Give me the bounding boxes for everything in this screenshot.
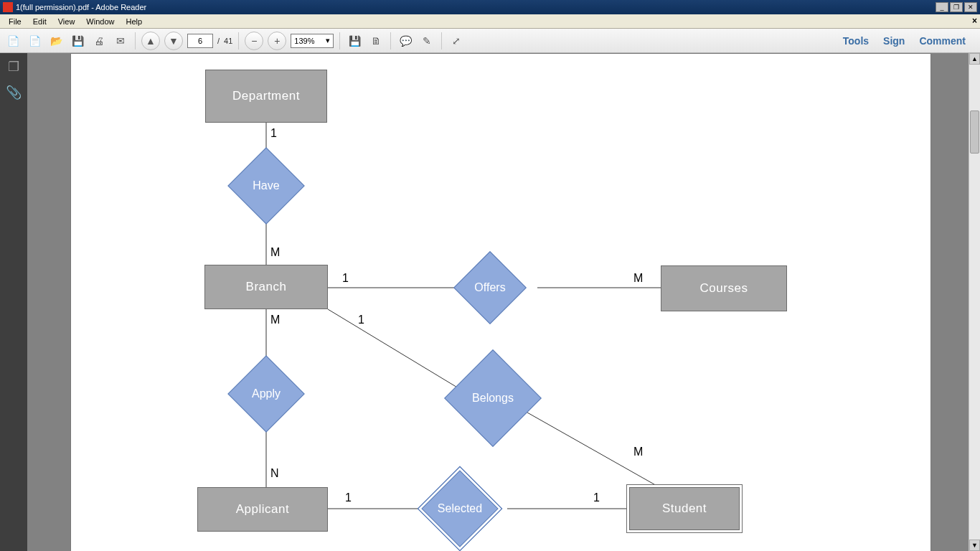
menu-edit[interactable]: Edit (27, 16, 52, 27)
page-down-button[interactable]: ▼ (164, 32, 183, 50)
scroll-down-button[interactable]: ▼ (969, 540, 980, 551)
relation-selected: Selected (430, 479, 490, 539)
window-title: 1(full permission).pdf - Adobe Reader (16, 3, 146, 11)
relation-apply: Apply (239, 367, 293, 421)
relation-belongs: Belongs (458, 364, 527, 433)
typewriter-icon[interactable]: 🗎 (367, 32, 385, 50)
toolbar: 📄 📄 📂 💾 🖨 ✉ ▲ ▼ / 41 − + 139% ▾ 💾 🗎 💬 ✎ … (0, 29, 980, 53)
menu-help[interactable]: Help (120, 16, 148, 27)
relation-have: Have (239, 159, 293, 213)
page-separator: / (217, 37, 220, 45)
close-button[interactable]: ✕ (964, 2, 977, 12)
create-pdf-icon[interactable]: 📄 (26, 32, 43, 50)
entity-courses: Courses (661, 265, 787, 311)
toolbar-separator (390, 32, 391, 50)
attachments-icon[interactable]: 📎 (6, 85, 22, 100)
card-belongs-student: M (633, 446, 643, 458)
toolbar-separator (135, 32, 136, 50)
menu-bar: File Edit View Window Help × (0, 14, 980, 29)
card-branch-offers: 1 (342, 272, 349, 285)
svg-line-7 (527, 413, 669, 493)
comment-link[interactable]: Comment (919, 35, 966, 47)
entity-branch: Branch (204, 265, 328, 309)
toolbar-separator (238, 32, 239, 50)
doc-close-button[interactable]: × (972, 16, 977, 26)
menu-file[interactable]: File (3, 16, 27, 27)
toolbar-separator (441, 32, 442, 50)
page-total: 41 (224, 37, 232, 45)
card-department-have: 1 (270, 127, 277, 140)
zoom-value: 139% (294, 37, 314, 45)
minimize-button[interactable]: _ (936, 2, 948, 12)
zoom-in-button[interactable]: + (268, 32, 286, 50)
chevron-down-icon: ▾ (326, 36, 330, 45)
email-icon[interactable]: ✉ (112, 32, 129, 50)
toolbar-separator (339, 32, 340, 50)
pdf-page: Department Branch Courses Applicant Stud… (70, 53, 931, 551)
nav-sidebar: ❐ 📎 (0, 53, 27, 551)
card-selected-student: 1 (593, 491, 600, 504)
document-viewport[interactable]: Department Branch Courses Applicant Stud… (27, 53, 969, 551)
relation-offers: Offers (464, 262, 516, 314)
entity-student: Student (626, 484, 743, 533)
thumbnails-icon[interactable]: ❐ (6, 59, 22, 75)
svg-line-6 (328, 309, 458, 388)
highlight-icon[interactable]: ✎ (418, 32, 435, 50)
zoom-out-button[interactable]: − (245, 32, 263, 50)
save-copy-icon[interactable]: 💾 (346, 32, 363, 50)
tools-link[interactable]: Tools (843, 35, 869, 47)
entity-applicant: Applicant (197, 487, 328, 532)
card-branch-belongs: 1 (358, 314, 364, 326)
menu-window[interactable]: Window (80, 16, 120, 27)
window-controls: _ ❐ ✕ (936, 2, 977, 12)
zoom-select[interactable]: 139% ▾ (291, 34, 334, 48)
open-icon[interactable]: 📂 (47, 32, 65, 50)
app-icon (3, 2, 13, 12)
comment-icon[interactable]: 💬 (397, 32, 414, 50)
page-number-input[interactable] (187, 34, 213, 48)
menu-view[interactable]: View (52, 16, 81, 27)
card-applicant-selected: 1 (345, 491, 352, 504)
page-up-button[interactable]: ▲ (141, 32, 160, 50)
print-icon[interactable]: 🖨 (90, 32, 108, 50)
card-offers-courses: M (633, 272, 643, 285)
entity-department: Department (205, 70, 327, 123)
card-have-branch: M (270, 246, 280, 259)
scroll-up-button[interactable]: ▲ (969, 53, 980, 65)
restore-button[interactable]: ❐ (950, 2, 963, 12)
save-icon[interactable]: 💾 (69, 32, 86, 50)
card-branch-apply: M (270, 314, 280, 326)
vertical-scrollbar[interactable]: ▲ ▼ (969, 53, 980, 551)
read-mode-icon[interactable]: ⤢ (448, 32, 465, 50)
sign-link[interactable]: Sign (883, 35, 905, 47)
scroll-thumb[interactable] (970, 110, 979, 154)
card-apply-applicant: N (270, 467, 279, 480)
export-pdf-icon[interactable]: 📄 (4, 32, 22, 50)
title-bar: 1(full permission).pdf - Adobe Reader _ … (0, 0, 980, 14)
